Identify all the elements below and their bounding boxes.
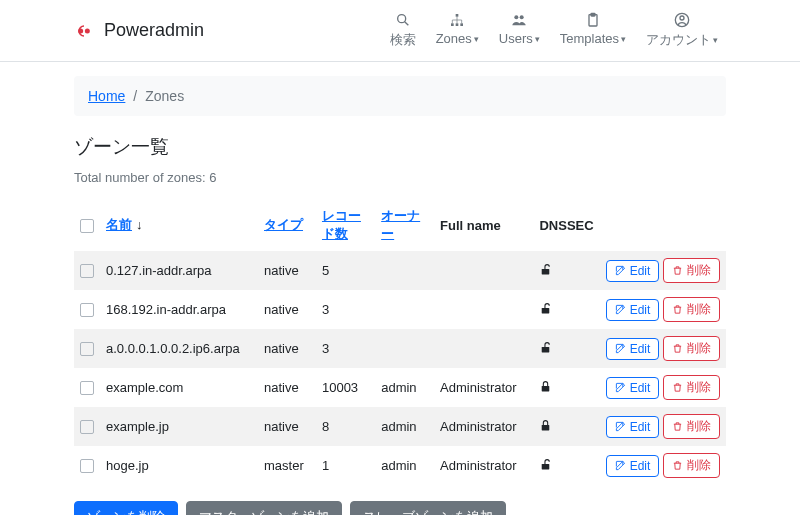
- svg-rect-21: [542, 424, 550, 429]
- zone-name: a.0.0.0.1.0.0.2.ip6.arpa: [100, 329, 258, 368]
- breadcrumb: Home / Zones: [74, 76, 726, 116]
- svg-rect-5: [456, 23, 459, 26]
- svg-rect-10: [591, 13, 595, 16]
- delete-button[interactable]: 削除: [663, 453, 720, 478]
- delete-button[interactable]: 削除: [663, 336, 720, 361]
- zone-fullname: [434, 290, 533, 329]
- col-type[interactable]: タイプ: [264, 217, 303, 232]
- edit-button[interactable]: Edit: [606, 377, 660, 399]
- delete-button[interactable]: 削除: [663, 297, 720, 322]
- zone-type: native: [258, 368, 316, 407]
- zone-owner: admin: [375, 407, 434, 446]
- brand-icon: [74, 21, 94, 41]
- lock-closed-icon: [539, 380, 553, 396]
- nav-users[interactable]: Users▾: [491, 10, 548, 51]
- nav-search[interactable]: 検索: [382, 10, 424, 51]
- edit-button[interactable]: Edit: [606, 299, 660, 321]
- table-row: hoge.jp master 1 admin Administrator Edi…: [74, 446, 726, 485]
- zone-owner: admin: [375, 446, 434, 485]
- table-row: example.jp native 8 admin Administrator …: [74, 407, 726, 446]
- select-all-checkbox[interactable]: [80, 219, 94, 233]
- zone-name: example.com: [100, 368, 258, 407]
- zone-fullname: Administrator: [434, 446, 533, 485]
- svg-point-2: [397, 15, 405, 23]
- col-owner[interactable]: オーナー: [381, 208, 420, 241]
- col-name[interactable]: 名前: [106, 217, 132, 232]
- zone-fullname: Administrator: [434, 368, 533, 407]
- zone-type: native: [258, 251, 316, 290]
- zones-count: Total number of zones: 6: [74, 170, 726, 185]
- zone-fullname: [434, 329, 533, 368]
- zone-name: hoge.jp: [100, 446, 258, 485]
- svg-point-1: [85, 28, 90, 33]
- svg-rect-3: [456, 14, 459, 17]
- zone-records: 10003: [316, 368, 375, 407]
- row-checkbox[interactable]: [80, 303, 94, 317]
- add-slave-zone-button[interactable]: スレーブゾーンを追加: [350, 501, 506, 515]
- zone-fullname: [434, 251, 533, 290]
- row-checkbox[interactable]: [80, 459, 94, 473]
- zone-owner: [375, 251, 434, 290]
- search-icon: [395, 12, 411, 28]
- users-icon: [511, 12, 527, 28]
- zones-table: 名前↓ タイプ レコード数 オーナー Full name DNSSEC 0.12…: [74, 199, 726, 485]
- zone-name: example.jp: [100, 407, 258, 446]
- zone-owner: admin: [375, 368, 434, 407]
- delete-zone-button[interactable]: ゾーンを削除: [74, 501, 178, 515]
- zone-fullname: Administrator: [434, 407, 533, 446]
- svg-rect-19: [542, 385, 550, 390]
- table-row: example.com native 10003 admin Administr…: [74, 368, 726, 407]
- col-dnssec: DNSSEC: [533, 199, 599, 251]
- zone-type: native: [258, 407, 316, 446]
- zone-name: 0.127.in-addr.arpa: [100, 251, 258, 290]
- svg-rect-23: [542, 463, 550, 468]
- nav-account[interactable]: アカウント▾: [638, 10, 726, 51]
- edit-button[interactable]: Edit: [606, 338, 660, 360]
- caret-down-icon: ▾: [535, 34, 540, 44]
- brand-text: Poweradmin: [104, 20, 204, 41]
- nav-zones[interactable]: Zones▾: [428, 10, 487, 51]
- col-fullname: Full name: [434, 199, 533, 251]
- edit-button[interactable]: Edit: [606, 260, 660, 282]
- edit-button[interactable]: Edit: [606, 416, 660, 438]
- zone-type: native: [258, 329, 316, 368]
- row-checkbox[interactable]: [80, 420, 94, 434]
- svg-rect-13: [542, 268, 550, 273]
- sitemap-icon: [449, 12, 465, 28]
- svg-point-7: [515, 15, 519, 19]
- sort-desc-icon: ↓: [136, 217, 143, 232]
- svg-rect-15: [542, 307, 550, 312]
- zone-records: 5: [316, 251, 375, 290]
- brand[interactable]: Poweradmin: [74, 20, 204, 41]
- zone-records: 1: [316, 446, 375, 485]
- col-records[interactable]: レコード数: [322, 208, 361, 241]
- row-checkbox[interactable]: [80, 264, 94, 278]
- svg-rect-17: [542, 346, 550, 351]
- page-title: ゾーン一覧: [74, 134, 726, 160]
- svg-rect-6: [461, 23, 464, 26]
- caret-down-icon: ▾: [474, 34, 479, 44]
- caret-down-icon: ▾: [621, 34, 626, 44]
- breadcrumb-home[interactable]: Home: [88, 88, 125, 104]
- svg-point-8: [520, 15, 524, 19]
- delete-button[interactable]: 削除: [663, 414, 720, 439]
- zone-type: master: [258, 446, 316, 485]
- delete-button[interactable]: 削除: [663, 258, 720, 283]
- zone-owner: [375, 290, 434, 329]
- row-checkbox[interactable]: [80, 342, 94, 356]
- delete-button[interactable]: 削除: [663, 375, 720, 400]
- edit-button[interactable]: Edit: [606, 455, 660, 477]
- table-row: a.0.0.0.1.0.0.2.ip6.arpa native 3 Edit 削…: [74, 329, 726, 368]
- lock-open-icon: [539, 263, 553, 279]
- svg-rect-4: [451, 23, 454, 26]
- zone-name: 168.192.in-addr.arpa: [100, 290, 258, 329]
- zone-owner: [375, 329, 434, 368]
- table-row: 0.127.in-addr.arpa native 5 Edit 削除: [74, 251, 726, 290]
- nav-templates[interactable]: Templates▾: [552, 10, 634, 51]
- lock-open-icon: [539, 302, 553, 318]
- zone-records: 8: [316, 407, 375, 446]
- add-master-zone-button[interactable]: マスターゾーンを追加: [186, 501, 342, 515]
- row-checkbox[interactable]: [80, 381, 94, 395]
- lock-open-icon: [539, 341, 553, 357]
- user-circle-icon: [674, 12, 690, 28]
